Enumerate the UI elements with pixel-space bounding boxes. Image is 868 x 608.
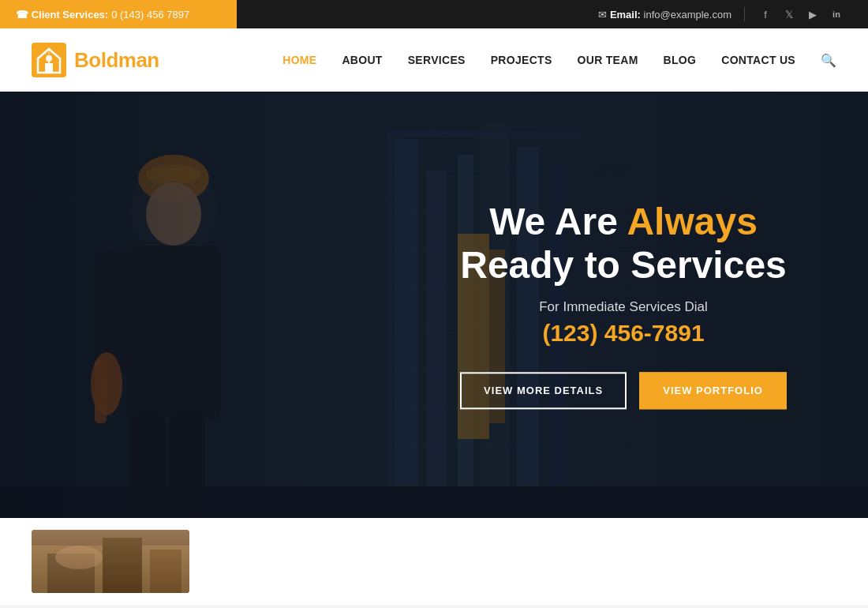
nav-contact-us[interactable]: CONTACT US <box>721 54 795 66</box>
nav-our-team[interactable]: OUR TEAM <box>578 54 638 66</box>
top-bar: ☎ Client Services: 0 (143) 456 7897 ✉ Em… <box>0 0 868 28</box>
view-more-details-button[interactable]: VIEW MORE DETAILS <box>460 373 627 410</box>
logo-icon <box>32 43 66 77</box>
hero-heading-plain: We Are <box>489 201 627 242</box>
svg-rect-41 <box>103 538 142 593</box>
svg-point-5 <box>46 55 52 62</box>
hero-heading-highlight: Always <box>627 201 757 242</box>
preview-thumbnail <box>32 530 189 593</box>
top-bar-left: ☎ Client Services: 0 (143) 456 7897 <box>0 0 237 28</box>
mail-icon: ✉ <box>598 9 610 21</box>
linkedin-icon[interactable]: in <box>829 6 844 22</box>
divider <box>744 7 745 21</box>
hero-content: We Are Always Ready to Services For Imme… <box>442 200 805 409</box>
hero-heading-line2: Ready to Services <box>460 245 787 287</box>
nav-blog[interactable]: BLOG <box>664 54 697 66</box>
nav-about[interactable]: ABOUT <box>342 54 382 66</box>
phone-number: 0 (143) 456 7897 <box>111 9 189 21</box>
hero-subtext: For Immediate Services Dial <box>442 300 805 316</box>
hero-buttons: VIEW MORE DETAILS VIEW PORTFOLIO <box>442 373 805 410</box>
svg-rect-40 <box>47 554 95 593</box>
nav-services[interactable]: SERVICES <box>408 54 466 66</box>
youtube-icon[interactable]: ▶ <box>805 6 821 22</box>
twitter-icon[interactable]: 𝕏 <box>781 6 797 22</box>
view-portfolio-button[interactable]: VIEW PORTFOLIO <box>639 373 787 410</box>
facebook-icon[interactable]: f <box>758 6 773 22</box>
email-label: Email: <box>610 9 641 21</box>
client-services-label: Client Services: <box>32 9 109 21</box>
main-nav: HOME ABOUT SERVICES PROJECTS OUR TEAM BL… <box>282 53 836 68</box>
nav-home[interactable]: HOME <box>282 54 316 66</box>
hero-heading: We Are Always Ready to Services <box>442 200 805 287</box>
preview-thumb-svg <box>32 530 189 593</box>
hero-section: We Are Always Ready to Services For Imme… <box>0 92 868 518</box>
nav-projects[interactable]: PROJECTS <box>491 54 552 66</box>
hero-phone: (123) 456-7891 <box>442 321 805 347</box>
social-icons: f 𝕏 ▶ in <box>758 6 844 22</box>
header: Boldman HOME ABOUT SERVICES PROJECTS OUR… <box>0 28 868 92</box>
svg-rect-42 <box>150 550 181 593</box>
svg-rect-38 <box>32 530 189 593</box>
logo-text: Boldman <box>74 48 159 73</box>
logo-rest: man <box>118 48 159 72</box>
logo[interactable]: Boldman <box>32 43 159 77</box>
email-section: ✉ Email: info@example.com <box>598 9 731 21</box>
email-address: info@example.com <box>644 9 731 21</box>
logo-bold: Bold <box>74 48 118 72</box>
svg-point-43 <box>55 546 103 569</box>
phone-icon: ☎ <box>16 9 32 21</box>
top-bar-right: ✉ Email: info@example.com f 𝕏 ▶ in <box>574 6 868 22</box>
bottom-strip <box>0 518 868 605</box>
search-icon[interactable]: 🔍 <box>821 53 836 68</box>
svg-rect-39 <box>32 546 189 593</box>
